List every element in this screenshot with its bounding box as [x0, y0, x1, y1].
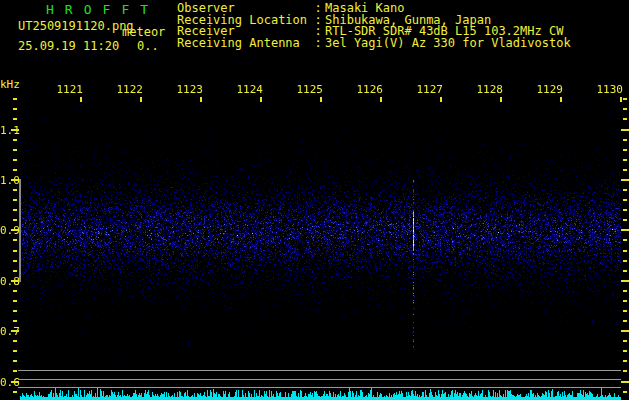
time-tick — [560, 97, 562, 102]
time-tick — [620, 97, 622, 102]
frequency-minor-tick — [623, 320, 627, 322]
frequency-minor-tick — [623, 159, 627, 161]
time-tick-label: 1125 — [293, 83, 323, 96]
frequency-minor-tick — [13, 350, 17, 352]
frequency-major-tick — [11, 330, 19, 332]
frequency-minor-tick — [623, 350, 627, 352]
frequency-minor-tick — [623, 310, 627, 312]
bottom-grid-line — [18, 379, 621, 380]
frequency-major-tick — [11, 129, 19, 131]
time-tick — [380, 97, 382, 102]
time-tick — [260, 97, 262, 102]
frequency-minor-tick — [13, 98, 17, 100]
frequency-minor-tick — [623, 340, 627, 342]
frequency-minor-tick — [13, 300, 17, 302]
time-tick-label: 1121 — [53, 83, 83, 96]
frequency-minor-tick — [13, 360, 17, 362]
frequency-minor-tick — [13, 270, 17, 272]
info-value: 3el Yagi(V) Az 330 for Vladivostok — [325, 38, 571, 50]
time-tick-label: 1128 — [473, 83, 503, 96]
frequency-minor-tick — [13, 250, 17, 252]
frequency-major-tick — [11, 179, 19, 181]
frequency-minor-tick — [623, 239, 627, 241]
hrofft-window: H R O F F T UT2509191120.png meteor 25.0… — [0, 0, 629, 400]
frequency-minor-tick — [13, 149, 17, 151]
frequency-major-tick — [11, 381, 19, 383]
output-filename: UT2509191120.png — [18, 19, 134, 33]
frequency-minor-tick — [623, 209, 627, 211]
time-tick — [200, 97, 202, 102]
frequency-minor-tick — [623, 169, 627, 171]
frequency-minor-tick — [13, 189, 17, 191]
frequency-minor-tick — [623, 270, 627, 272]
frequency-minor-tick — [13, 310, 17, 312]
frequency-minor-tick — [13, 199, 17, 201]
time-tick-label: 1123 — [173, 83, 203, 96]
time-tick-label: 1126 — [353, 83, 383, 96]
frequency-minor-tick — [623, 189, 627, 191]
frequency-minor-tick — [13, 209, 17, 211]
station-info-block: Observer:Masaki KanoReceiving Location:S… — [177, 3, 571, 49]
frequency-minor-tick — [13, 159, 17, 161]
frequency-minor-tick — [623, 250, 627, 252]
frequency-minor-tick — [13, 139, 17, 141]
app-title: H R O F F T — [46, 2, 150, 17]
station-info-row: Receiving Antenna:3el Yagi(V) Az 330 for… — [177, 38, 571, 50]
frequency-minor-tick — [13, 290, 17, 292]
frequency-minor-tick — [13, 391, 17, 393]
frequency-major-tick — [621, 280, 629, 282]
time-tick-label: 1127 — [413, 83, 443, 96]
time-tick-label: 1122 — [113, 83, 143, 96]
frequency-major-tick — [11, 229, 19, 231]
frequency-minor-tick — [623, 199, 627, 201]
frequency-minor-tick — [13, 219, 17, 221]
time-tick — [80, 97, 82, 102]
frequency-minor-tick — [623, 370, 627, 372]
echo-counter: 0.. — [137, 39, 159, 53]
time-tick — [140, 97, 142, 102]
frequency-minor-tick — [13, 239, 17, 241]
frequency-minor-tick — [623, 139, 627, 141]
frequency-minor-tick — [623, 360, 627, 362]
time-tick — [500, 97, 502, 102]
frequency-major-tick — [11, 280, 19, 282]
spectrogram-canvas — [20, 84, 621, 400]
time-tick — [440, 97, 442, 102]
time-tick-label: 1130 — [593, 83, 623, 96]
time-tick-label: 1129 — [533, 83, 563, 96]
bottom-grid-line — [18, 387, 621, 388]
frequency-major-tick — [621, 229, 629, 231]
frequency-minor-tick — [13, 118, 17, 120]
frequency-minor-tick — [623, 260, 627, 262]
frequency-minor-tick — [623, 149, 627, 151]
frequency-minor-tick — [623, 118, 627, 120]
frequency-minor-tick — [13, 370, 17, 372]
frequency-minor-tick — [623, 98, 627, 100]
frequency-minor-tick — [13, 320, 17, 322]
frequency-minor-tick — [623, 219, 627, 221]
frequency-minor-tick — [623, 391, 627, 393]
mode-label: meteor — [122, 25, 165, 39]
bottom-grid-line — [18, 370, 621, 371]
frequency-minor-tick — [13, 169, 17, 171]
time-tick-label: 1124 — [233, 83, 263, 96]
frequency-major-tick — [621, 381, 629, 383]
frequency-major-tick — [621, 179, 629, 181]
frequency-minor-tick — [623, 290, 627, 292]
frequency-minor-tick — [13, 340, 17, 342]
frequency-minor-tick — [623, 108, 627, 110]
frequency-axis-unit: kHz — [0, 78, 20, 91]
info-label: Receiving Antenna — [177, 38, 311, 50]
frequency-minor-tick — [13, 108, 17, 110]
info-colon: : — [311, 38, 325, 50]
time-tick — [320, 97, 322, 102]
datetime-label: 25.09.19 11:20 — [18, 39, 119, 53]
frequency-major-tick — [621, 330, 629, 332]
frequency-minor-tick — [13, 260, 17, 262]
frequency-major-tick — [621, 129, 629, 131]
frequency-minor-tick — [623, 300, 627, 302]
